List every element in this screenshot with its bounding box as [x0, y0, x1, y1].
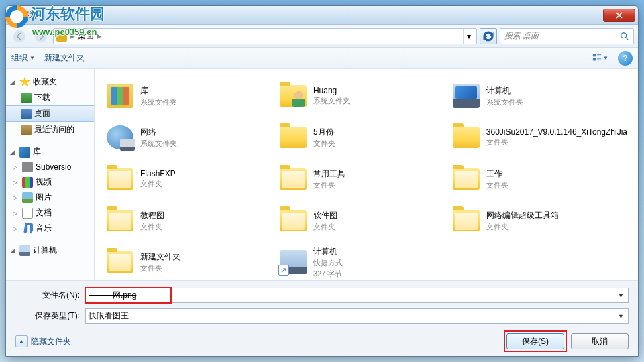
folder-icon [453, 127, 480, 148]
filetype-label: 保存类型(T): [15, 310, 80, 322]
svg-rect-3 [593, 54, 596, 57]
sidebar-item[interactable]: 下载 [6, 90, 94, 105]
organize-button[interactable]: 组织▼ [11, 52, 35, 64]
network-icon [107, 125, 133, 149]
forward-button[interactable] [32, 27, 50, 45]
expand-icon: ▷ [13, 210, 19, 217]
breadcrumb-dropdown[interactable]: ▾ [463, 29, 474, 44]
search-input[interactable]: 搜索 桌面 [500, 28, 634, 44]
close-button[interactable] [603, 9, 635, 22]
libraries-group[interactable]: ◢ 库 [6, 144, 94, 160]
sidebar-item[interactable]: ▷图片 [6, 190, 94, 205]
list-item[interactable]: 常用工具文件夹 [276, 159, 442, 199]
back-button[interactable] [10, 27, 29, 45]
list-item[interactable]: FlashFXP文件夹 [103, 159, 269, 199]
collapse-icon: ◢ [10, 149, 17, 156]
list-item[interactable]: 新建文件夹文件夹 [103, 242, 269, 280]
breadcrumb-item[interactable]: 桌面 [78, 30, 94, 42]
user-folder-icon [280, 85, 307, 107]
folder-icon [453, 210, 480, 231]
window-title: 另存为 [13, 9, 603, 21]
list-item[interactable]: 360JiSu2017_V9.0.1.146_XiTongZhiJia文件夹 [449, 117, 630, 158]
view-options-button[interactable]: ▼ [592, 50, 608, 66]
svg-point-2 [621, 32, 627, 38]
collapse-icon: ◢ [10, 247, 17, 254]
item-icon [22, 192, 33, 203]
svg-point-1 [35, 29, 47, 42]
refresh-button[interactable] [480, 28, 497, 44]
folder-icon [107, 251, 133, 273]
forward-arrow-icon [34, 29, 48, 43]
desktop-icon [56, 31, 67, 42]
item-icon [22, 162, 33, 172]
cancel-button[interactable]: 取消 [571, 333, 629, 349]
filename-input[interactable]: ———网.png ▼ [85, 288, 629, 303]
folder-icon [107, 168, 133, 190]
folder-icon [280, 168, 307, 190]
expand-icon: ▷ [13, 225, 19, 232]
item-icon [22, 177, 33, 188]
folder-icon [280, 127, 307, 148]
favorites-group[interactable]: ◢ 收藏夹 [6, 74, 94, 90]
item-icon [21, 109, 32, 119]
sidebar-item[interactable]: ▷视频 [6, 174, 94, 190]
sidebar-item[interactable]: ▷Subversio [6, 160, 94, 174]
view-icon [592, 53, 602, 62]
item-icon [21, 93, 32, 103]
star-icon [19, 77, 30, 88]
bottom-panel: 文件名(N): ———网.png ▼ 保存类型(T): 快眼看图王 ▼ ▲ 隐藏… [6, 280, 638, 356]
nav-bar: ▶ 桌面 ▶ ▾ 搜索 桌面 [6, 25, 638, 48]
library-icon [19, 147, 30, 158]
sidebar-item[interactable]: ▷文档 [6, 205, 94, 221]
search-placeholder: 搜索 桌面 [504, 30, 620, 42]
breadcrumb[interactable]: ▶ 桌面 ▶ ▾ [53, 28, 477, 44]
sidebar-item[interactable]: 桌面 [6, 105, 94, 122]
filename-label: 文件名(N): [15, 290, 80, 301]
chevron-down-icon[interactable]: ▼ [615, 310, 627, 322]
hide-folders-toggle[interactable]: ▲ 隐藏文件夹 [15, 335, 71, 347]
computer-group[interactable]: ◢ 计算机 [6, 243, 94, 258]
svg-rect-4 [593, 58, 596, 61]
list-item[interactable]: 库系统文件夹 [103, 76, 269, 116]
list-item[interactable]: 教程图文件夹 [103, 200, 269, 241]
list-item[interactable]: 计算机系统文件夹 [449, 76, 630, 116]
chevron-down-icon[interactable]: ▼ [615, 290, 627, 301]
sidebar: ◢ 收藏夹 下载桌面最近访问的 ◢ 库 ▷Subversio▷视频▷图片▷文档▷… [6, 69, 95, 280]
collapse-icon: ◢ [10, 79, 17, 86]
save-as-dialog: 另存为 ▶ 桌面 ▶ ▾ 搜索 桌面 组织▼ [5, 5, 639, 357]
folder-icon [453, 168, 480, 190]
refresh-icon [480, 28, 496, 44]
expand-icon: ▷ [13, 179, 19, 186]
filetype-select[interactable]: 快眼看图王 ▼ [85, 308, 629, 324]
new-folder-button[interactable]: 新建文件夹 [44, 52, 85, 64]
save-button[interactable]: 保存(S) [506, 333, 564, 349]
computer-icon [19, 245, 30, 256]
item-icon [22, 223, 33, 234]
list-item[interactable]: ↗计算机快捷方式327 字节 [276, 242, 442, 280]
library-icon [107, 84, 133, 108]
folder-icon [107, 210, 133, 231]
list-item[interactable]: 工作文件夹 [449, 159, 630, 199]
folder-icon [280, 210, 307, 231]
toolbar: 组织▼ 新建文件夹 ▼ ? [6, 48, 638, 69]
list-item[interactable]: 5月份文件夹 [276, 117, 442, 158]
sidebar-item[interactable]: 最近访问的 [6, 122, 94, 137]
titlebar[interactable]: 另存为 [6, 6, 638, 25]
computer-icon [453, 84, 480, 108]
list-item[interactable]: 网络编辑超级工具箱文件夹 [449, 200, 630, 241]
item-icon [22, 208, 33, 219]
expand-icon: ▷ [13, 164, 19, 170]
expand-icon: ▷ [13, 194, 19, 201]
list-item[interactable]: 网络系统文件夹 [103, 117, 269, 158]
sidebar-item[interactable]: ▷音乐 [6, 221, 94, 236]
shortcut-icon: ↗ [280, 250, 307, 274]
chevron-right-icon[interactable]: ▶ [97, 32, 102, 40]
file-list[interactable]: 库系统文件夹Huang系统文件夹计算机系统文件夹网络系统文件夹5月份文件夹360… [95, 69, 638, 280]
chevron-down-icon: ▼ [30, 55, 35, 61]
close-icon [616, 12, 623, 19]
back-arrow-icon [13, 29, 26, 43]
help-button[interactable]: ? [618, 51, 633, 66]
list-item[interactable]: 软件图文件夹 [276, 200, 442, 241]
search-icon [620, 32, 629, 41]
list-item[interactable]: Huang系统文件夹 [276, 76, 442, 116]
